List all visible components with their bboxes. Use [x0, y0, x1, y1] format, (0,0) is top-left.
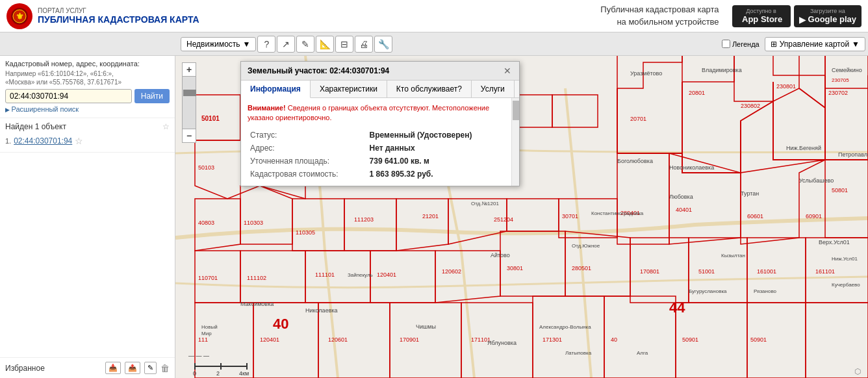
svg-text:2: 2 — [216, 370, 220, 377]
search-button[interactable]: Найти — [134, 89, 170, 103]
row-value: Нет данных — [367, 142, 513, 155]
settings-tool-btn[interactable]: 🔧 — [374, 36, 392, 53]
popup-tabs: Информация Характеристики Кто обслуживае… — [241, 81, 519, 98]
svg-text:0: 0 — [193, 370, 196, 377]
zoom-controls: + − — [182, 62, 196, 143]
results-count: Найден 1 объект ☆ — [5, 122, 170, 131]
sidebar: Кадастровый номер, адрес, координата: На… — [0, 56, 175, 378]
svg-text:Максимовка: Максимовка — [240, 301, 274, 307]
svg-text:50901: 50901 — [750, 336, 767, 343]
popup-scrollbar[interactable] — [511, 98, 519, 186]
zoom-in-button[interactable]: + — [182, 62, 196, 77]
header-logo: ⚜ Портал услуг Публичная кадастровая кар… — [6, 3, 363, 29]
svg-text:230705: 230705 — [832, 77, 849, 83]
svg-text:Туртан: Туртан — [741, 190, 759, 197]
zoom-slider-thumb[interactable] — [183, 90, 196, 96]
svg-text:4км: 4км — [239, 370, 249, 377]
svg-text:Александро-Волынка: Александро-Волынка — [539, 324, 591, 330]
svg-text:230801: 230801 — [776, 83, 796, 90]
search-area: Кадастровый номер, адрес, координата: На… — [0, 56, 175, 118]
svg-text:40: 40 — [611, 336, 617, 343]
help-tool-btn[interactable]: ? — [257, 36, 275, 53]
popup-scrollbar-thumb[interactable] — [513, 101, 519, 120]
svg-text:Боголюбовка: Боголюбовка — [617, 158, 653, 164]
print-tool-btn[interactable]: 🖨 — [355, 36, 373, 53]
svg-text:120602: 120602 — [442, 268, 461, 275]
popup-warning-bold: Внимание! — [248, 104, 286, 112]
svg-text:110701: 110701 — [198, 275, 218, 281]
svg-text:230702: 230702 — [828, 90, 848, 96]
popup-tab-characteristics[interactable]: Характеристики — [311, 81, 387, 97]
table-row: Адрес:Нет данных — [248, 142, 513, 155]
table-row: Кадастровая стоимость:1 863 895.32 руб. — [248, 168, 513, 181]
svg-text:280501: 280501 — [572, 265, 591, 271]
search-input[interactable] — [5, 89, 132, 103]
row-label: Адрес: — [248, 142, 367, 155]
header-promo: Публичная кадастровая карта на мобильном… — [363, 4, 732, 27]
svg-text:Кучербаево: Кучербаево — [832, 282, 860, 288]
svg-text:50101: 50101 — [201, 115, 220, 122]
header-title-block: Портал услуг Публичная кадастровая карта — [38, 7, 199, 25]
favorites-export-btn[interactable]: 📤 — [125, 362, 140, 374]
svg-text:40: 40 — [273, 316, 288, 332]
svg-text:Верх.Усл01: Верх.Усл01 — [819, 239, 850, 246]
svg-text:170801: 170801 — [640, 268, 659, 275]
zoom-out-button[interactable]: − — [182, 129, 196, 143]
svg-text:50901: 50901 — [682, 336, 698, 343]
app-store-badge[interactable]: Доступно в App Store — [732, 5, 791, 27]
result-star-icon[interactable]: ☆ — [75, 136, 83, 146]
svg-text:Владимировка: Владимировка — [702, 67, 742, 73]
svg-text:161001: 161001 — [757, 268, 776, 275]
row-value: 739 641.00 кв. м — [367, 155, 513, 168]
popup-close-button[interactable]: ✕ — [502, 66, 513, 76]
favorites-label: Избранное — [5, 364, 101, 373]
svg-text:Новый: Новый — [201, 324, 218, 330]
advanced-search-link[interactable]: Расширенный поиск — [5, 105, 79, 113]
manage-map-dropdown[interactable]: ⊞ Управление картой ▼ — [765, 37, 865, 51]
svg-text:Айтово: Айтово — [491, 252, 510, 258]
popup-title: Земельный участок: 02:44:030701:94 — [248, 66, 389, 75]
legend-checkbox-label[interactable]: Легенда — [722, 40, 760, 48]
svg-text:Константиноградовка: Константиноградовка — [591, 210, 644, 216]
legend-checkbox[interactable] — [722, 40, 730, 48]
svg-text:110303: 110303 — [244, 220, 263, 226]
chevron-down-icon: ▼ — [243, 40, 251, 49]
favorites-trash-btn[interactable]: 🗑 — [160, 363, 170, 373]
popup-table: Статус:Временный (Удостоверен)Адрес:Нет … — [248, 129, 513, 181]
map-tools: Недвижимость ▼ ? ↗ ✎ 📐 ⊟ 🖨 🔧 — [181, 36, 719, 53]
logo-emblem: ⚜ — [6, 3, 32, 29]
measure-tool-btn[interactable]: 📐 — [316, 36, 334, 53]
toolbar: Недвижимость ▼ ? ↗ ✎ 📐 ⊟ 🖨 🔧 Легенда ⊞ У… — [0, 32, 868, 56]
area-tool-btn[interactable]: ⊟ — [335, 36, 353, 53]
svg-text:⬡: ⬡ — [854, 367, 861, 376]
popup-tab-services[interactable]: Услуги — [472, 81, 515, 97]
svg-text:Мир: Мир — [201, 331, 212, 336]
svg-text:40803: 40803 — [198, 220, 214, 226]
draw-tool-btn[interactable]: ✎ — [296, 36, 314, 53]
favorites-area: Избранное 📥 📤 ✎ 🗑 — [0, 357, 175, 378]
search-hint-1: Например «61:6:10104:12», «61:6:», — [5, 69, 170, 78]
svg-text:Ниж.Усл01: Ниж.Усл01 — [832, 256, 858, 262]
google-play-badge[interactable]: Загрузите на ▶ Google play — [794, 5, 862, 27]
popup-warning: Внимание! Сведения о границах объекта от… — [248, 103, 513, 123]
select-tool-btn[interactable]: ↗ — [277, 36, 295, 53]
svg-text:50801: 50801 — [832, 187, 848, 194]
row-value: Временный (Удостоверен) — [367, 129, 513, 142]
row-label: Статус: — [248, 129, 367, 142]
table-row: Статус:Временный (Удостоверен) — [248, 129, 513, 142]
property-type-dropdown[interactable]: Недвижимость ▼ — [181, 37, 256, 51]
svg-text:30701: 30701 — [562, 213, 578, 220]
favorites-edit-btn[interactable]: ✎ — [144, 362, 157, 374]
popup-tab-service[interactable]: Кто обслуживает? — [387, 81, 472, 97]
svg-text:21201: 21201 — [422, 213, 439, 220]
svg-text:Рязаново: Рязаново — [754, 288, 777, 294]
svg-text:111203: 111203 — [354, 216, 374, 223]
zoom-slider-track[interactable] — [182, 77, 196, 129]
svg-text:230802: 230802 — [741, 103, 760, 109]
result-link[interactable]: 02:44:030701:94 — [14, 136, 72, 145]
map-area[interactable]: 50101 20701 20801 230802 230801 230702 2… — [175, 56, 868, 378]
result-item[interactable]: 1. 02:44:030701:94 ☆ — [5, 134, 170, 148]
svg-text:Услыбашево: Услыбашево — [799, 177, 834, 184]
favorites-import-btn[interactable]: 📥 — [105, 362, 121, 374]
popup-tab-info[interactable]: Информация — [241, 81, 311, 98]
